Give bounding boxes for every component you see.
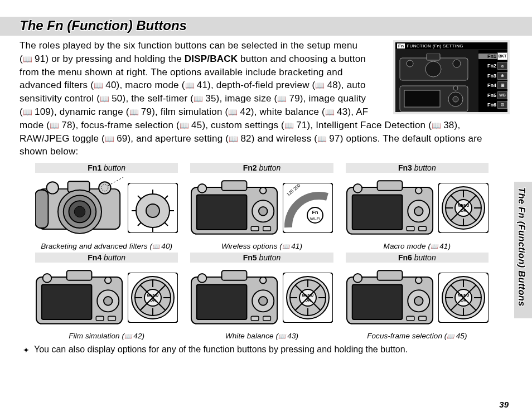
fn1-illustration [35,175,178,241]
fn-grid: Fn1 button Bracketing and advanced filte… [35,163,489,340]
fn6-illustration [346,265,489,331]
fn6-caption: Focus-frame selection (45) [346,332,489,340]
fn2-illustration [190,175,333,241]
note-bullet-icon: ✦ [23,345,30,356]
fn6-cell: Fn6 button Focus-frame selection (45) [346,253,489,340]
lcd-title: FnFUNCTION (Fn) SETTING [395,42,507,50]
fn5-cell: Fn5 button White balance (43) [190,253,333,340]
note-text: You can also display options for any of … [34,345,408,356]
lcd-row-fn2: Fn2⎋ [478,61,507,71]
fn4-head: Fn4 button [35,253,178,263]
fn2-head: Fn2 button [190,163,333,173]
lcd-row-fn1: Fn1BKT [478,51,507,61]
fn1-head: Fn1 button [35,163,178,173]
lcd-preview: FnFUNCTION (Fn) SETTING [393,40,510,114]
fn3-cell: Fn3 button Macro mode (41) [346,163,489,250]
fn5-caption: White balance (43) [190,332,333,340]
svg-point-8 [453,96,458,102]
page-number: 39 [499,400,509,409]
fn3-caption: Macro mode (41) [346,242,489,250]
svg-rect-6 [404,90,440,107]
side-tab-title: The Fn (Function) Buttons [516,187,527,307]
footnote: ✦ You can also display options for any o… [23,345,506,356]
fn1-caption: Bracketing and advanced filters (40) [35,242,178,250]
lcd-row-fn3: Fn3❀ [478,71,507,81]
fn2-caption: Wireless options (41) [190,242,333,250]
svg-point-3 [407,60,413,67]
lcd-row-fn5: Fn5WB [478,90,507,100]
fn4-illustration [35,265,178,331]
lcd-camera-diagram [395,50,478,112]
side-tab: The Fn (Function) Buttons [514,182,532,318]
fn4-cell: Fn4 button Film simulation (42) [35,253,178,340]
svg-point-9 [453,86,458,90]
svg-point-2 [425,61,441,77]
lcd-fn-list: Fn1BKT Fn2⎋ Fn3❀ Fn4▣ Fn5WB Fn6⊡ [478,50,507,112]
disp-back-label: DISP/BACK [185,54,238,64]
title-bar: The Fn (Function) Buttons [0,17,532,36]
svg-line-57 [108,177,124,186]
fn4-caption: Film simulation (42) [35,332,178,340]
fn3-illustration [346,175,489,241]
fn6-head: Fn6 button [346,253,489,263]
fn5-illustration [190,265,333,331]
lcd-row-fn6: Fn6⊡ [478,100,507,110]
fn5-head: Fn5 button [190,253,333,263]
page-title: The Fn (Function) Buttons [20,18,532,33]
lcd-row-fn4: Fn4▣ [478,81,507,91]
fn2-cell: Fn2 button Wireless options (41) [190,163,333,250]
svg-rect-1 [427,54,440,60]
lcd-title-text: FUNCTION (Fn) SETTING [407,43,463,49]
lcd-fn-chip: Fn [397,43,405,49]
fn1-cell: Fn1 button Bracketing and advanced filte… [35,163,178,250]
fn3-head: Fn3 button [346,163,489,173]
svg-point-4 [453,60,461,67]
